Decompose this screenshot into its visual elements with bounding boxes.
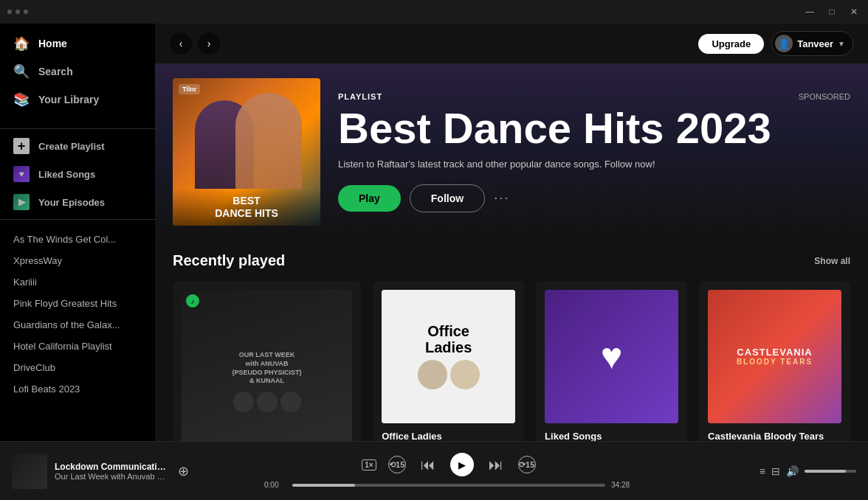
sponsored-label: SPONSORED (799, 92, 850, 101)
section-header: Recently played Show all (173, 252, 850, 269)
minimize-button[interactable]: — (803, 5, 816, 18)
sidebar-divider-2 (0, 219, 155, 220)
playlist-item-5[interactable]: Hotel California Playlist (0, 336, 155, 357)
your-episodes-icon: ▶ (13, 194, 30, 210)
time-total: 34:28 (611, 481, 633, 489)
hero-type-label: PLAYLIST (338, 92, 771, 101)
playlist-item-7[interactable]: Lofi Beats 2023 (0, 378, 155, 400)
progress-fill (292, 484, 355, 487)
play-pause-button[interactable]: ▶ (450, 453, 474, 476)
playlist-item-3[interactable]: Pink Floyd Greatest Hits (0, 293, 155, 314)
top-nav: ‹ › Upgrade 👤 Tanveer ▼ (155, 24, 868, 63)
player-track-artist: Our Last Week with Anuvab & Kunaal (Engl… (55, 472, 168, 481)
card-title-2: Liked Songs (545, 431, 678, 441)
forward-button[interactable]: › (198, 32, 220, 55)
hero-image-text: BEST DANCE HITS (173, 189, 320, 226)
time-current: 0:00 (264, 481, 286, 489)
forward-button[interactable]: ⟳15 (518, 456, 536, 473)
main-content: ‹ › Upgrade 👤 Tanveer ▼ Tilnr BEST DANCE… (155, 24, 868, 441)
user-name-label: Tanveer (797, 38, 833, 49)
main-layout: 🏠 Home 🔍 Search 📚 Your Library + Create … (0, 24, 868, 441)
cards-grid: ♪ OUR LAST WEEKwith ANUVAB(PSEUDO PHYSIC… (173, 281, 850, 441)
hero-description: Listen to Raftaar's latest track and oth… (338, 159, 850, 170)
playlist-cover-image: Tilnr BEST DANCE HITS (173, 78, 320, 226)
playlist-item-0[interactable]: As The Winds Get Col... (0, 229, 155, 250)
card-image-castlevania: CASTLEVANIA BLOODY TEARS (708, 290, 841, 423)
next-button[interactable]: ⏭ (486, 454, 506, 475)
card-castlevania[interactable]: CASTLEVANIA BLOODY TEARS Castlevania Blo… (699, 281, 850, 441)
hero-more-button[interactable]: ··· (494, 190, 509, 206)
home-icon: 🏠 (13, 35, 30, 52)
back-button[interactable]: ‹ (170, 32, 192, 55)
hero-follow-button[interactable]: Follow (410, 184, 485, 212)
podcast-title-overlay: OUR LAST WEEKwith ANUVAB(PSEUDO PHYSICIS… (232, 351, 302, 386)
hero-title: Best Dance Hits 2023 (338, 107, 771, 150)
titlebar-controls: — □ ✕ (803, 5, 861, 18)
volume-button[interactable]: 🔊 (786, 465, 799, 477)
volume-bar[interactable] (805, 470, 856, 473)
card-office-ladies[interactable]: OfficeLadies Office Ladies Podcast (373, 281, 524, 441)
progress-bar[interactable] (292, 484, 605, 487)
library-icon: 📚 (13, 91, 30, 108)
sidebar-item-liked-songs[interactable]: ♥ Liked Songs (0, 160, 155, 188)
card-image-liked: ♥ (545, 290, 678, 423)
sidebar-item-create-playlist[interactable]: + Create Playlist (0, 132, 155, 160)
volume-fill (805, 470, 846, 473)
player-right-controls: ≡ ⊟ 🔊 (709, 465, 856, 477)
hero-section: Tilnr BEST DANCE HITS PLAYLIST Best Danc… (155, 63, 868, 240)
rewind-button[interactable]: ⟲15 (388, 456, 406, 473)
card-our-last-week[interactable]: ♪ OUR LAST WEEKwith ANUVAB(PSEUDO PHYSIC… (173, 281, 361, 441)
player-thumbnail (12, 454, 47, 489)
add-to-library-button[interactable]: ⊕ (178, 463, 189, 479)
titlebar-dot-1 (7, 10, 12, 14)
titlebar-dot-3 (24, 10, 28, 14)
sidebar-item-search[interactable]: 🔍 Search (6, 58, 149, 86)
playlist-item-4[interactable]: Guardians of the Galax... (0, 314, 155, 336)
sidebar-search-label: Search (38, 66, 73, 77)
nav-right: Upgrade 👤 Tanveer ▼ (698, 31, 853, 56)
player-track-info: Lockdown Communication Breakdow... Our L… (55, 462, 168, 481)
playlist-item-2[interactable]: Kariiii (0, 271, 155, 293)
card-title-3: Castlevania Bloody Tears (708, 431, 841, 441)
sidebar-item-your-episodes[interactable]: ▶ Your Episodes (0, 188, 155, 216)
speed-badge[interactable]: 1× (362, 459, 376, 471)
sidebar-item-library[interactable]: 📚 Your Library (6, 86, 149, 114)
create-playlist-icon: + (13, 138, 30, 154)
upgrade-button[interactable]: Upgrade (698, 34, 764, 54)
sidebar-item-home[interactable]: 🏠 Home (6, 29, 149, 58)
previous-button[interactable]: ⏮ (418, 454, 438, 475)
devices-button[interactable]: ⊟ (771, 465, 780, 477)
card-image-office: OfficeLadies (382, 290, 515, 423)
sidebar-library-label: Your Library (38, 94, 99, 105)
close-button[interactable]: ✕ (847, 5, 861, 18)
avatar: 👤 (775, 35, 793, 52)
user-menu-button[interactable]: 👤 Tanveer ▼ (771, 31, 853, 56)
hero-play-button[interactable]: Play (338, 185, 401, 212)
sidebar: 🏠 Home 🔍 Search 📚 Your Library + Create … (0, 24, 155, 441)
player-center: 1× ⟲15 ⏮ ▶ ⏭ ⟳15 0:00 34:28 (196, 453, 701, 489)
titlebar: — □ ✕ (0, 0, 868, 24)
search-icon: 🔍 (13, 63, 30, 80)
sidebar-divider-1 (0, 128, 155, 129)
playlist-item-6[interactable]: DriveClub (0, 357, 155, 378)
your-episodes-label: Your Episodes (38, 197, 105, 208)
heart-icon: ♥ (601, 335, 623, 378)
playlist-item-1[interactable]: XpressWay (0, 250, 155, 271)
sidebar-nav: 🏠 Home 🔍 Search 📚 Your Library (0, 29, 155, 114)
player-progress: 0:00 34:28 (264, 481, 633, 489)
maximize-button[interactable]: □ (825, 5, 838, 18)
queue-button[interactable]: ≡ (760, 465, 765, 477)
card-liked-songs[interactable]: ♥ Liked Songs Playlist (536, 281, 687, 441)
create-playlist-label: Create Playlist (38, 141, 105, 152)
card-image-podcast: ♪ OUR LAST WEEKwith ANUVAB(PSEUDO PHYSIC… (182, 290, 352, 441)
playlist-list: As The Winds Get Col... XpressWay Kariii… (0, 223, 155, 435)
hero-brand-label: Tilnr (179, 84, 200, 94)
hero-info: PLAYLIST Best Dance Hits 2023 SPONSORED … (338, 78, 850, 226)
titlebar-dots (7, 10, 28, 14)
show-all-button[interactable]: Show all (814, 256, 850, 266)
nav-arrows: ‹ › (170, 32, 220, 55)
sidebar-home-label: Home (38, 38, 67, 49)
hero-actions: Play Follow ··· (338, 184, 850, 212)
section-title: Recently played (173, 252, 285, 269)
card-title-1: Office Ladies (382, 431, 515, 441)
